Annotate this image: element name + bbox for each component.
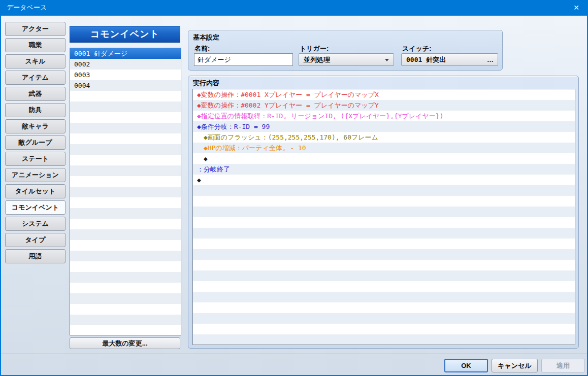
- command-row[interactable]: [193, 196, 575, 207]
- list-item[interactable]: [70, 229, 181, 240]
- tab-14[interactable]: タイプ: [5, 233, 66, 247]
- list-item[interactable]: 0002: [70, 59, 181, 70]
- contents-label: 実行内容: [193, 79, 219, 88]
- list-item[interactable]: [70, 251, 181, 261]
- list-item[interactable]: [70, 155, 181, 165]
- list-item[interactable]: [70, 261, 181, 272]
- change-maximum-button[interactable]: 最大数の変更...: [70, 337, 180, 349]
- event-list-header: コモンイベント: [70, 26, 180, 43]
- switch-value: 0001 針突出: [406, 56, 446, 63]
- list-item[interactable]: [70, 187, 181, 197]
- list-item[interactable]: [70, 293, 181, 304]
- list-item[interactable]: [70, 91, 181, 101]
- footer-divider: [1, 354, 587, 354]
- list-item[interactable]: [70, 325, 181, 335]
- command-row[interactable]: [193, 249, 575, 260]
- basic-settings-group: 基本設定 名前: トリガー: スイッチ: 並列処理 0001 針突出 …: [188, 30, 503, 71]
- close-icon[interactable]: ✕: [565, 0, 588, 15]
- trigger-dropdown[interactable]: 並列処理: [299, 53, 394, 66]
- list-item[interactable]: [70, 144, 181, 155]
- list-item[interactable]: [70, 112, 181, 123]
- list-item[interactable]: [70, 240, 181, 251]
- list-item[interactable]: [70, 123, 181, 133]
- switch-picker-button[interactable]: 0001 針突出 …: [401, 53, 498, 66]
- list-item[interactable]: [70, 304, 181, 315]
- command-row[interactable]: ◆指定位置の情報取得：R-ID, リージョンID, ({Xプレイヤー},{Yプレ…: [193, 111, 575, 121]
- command-row[interactable]: [193, 238, 575, 249]
- command-row[interactable]: [193, 292, 575, 302]
- trigger-value: 並列処理: [304, 56, 330, 63]
- command-row[interactable]: [193, 281, 575, 292]
- list-item[interactable]: [70, 208, 181, 219]
- switch-label: スイッチ:: [402, 44, 432, 53]
- title-bar[interactable]: データベース ✕: [0, 0, 588, 15]
- list-item[interactable]: 0001 針ダメージ: [70, 48, 181, 59]
- command-row[interactable]: [193, 324, 575, 334]
- tab-8[interactable]: 敵グループ: [5, 135, 66, 150]
- list-item[interactable]: [70, 197, 181, 208]
- tab-1[interactable]: アクター: [5, 22, 66, 36]
- tab-2[interactable]: 職業: [5, 38, 66, 52]
- client-area: アクター職業スキルアイテム武器防具敵キャラ敵グループステートアニメーションタイル…: [1, 15, 587, 375]
- command-row[interactable]: ◆画面のフラッシュ：(255,255,255,170), 60フレーム: [193, 132, 575, 143]
- list-item[interactable]: [70, 283, 181, 293]
- list-item[interactable]: [70, 176, 181, 187]
- contents-group: 実行内容 ◆変数の操作：#0001 Xプレイヤー = プレイヤーのマップX◆変数…: [188, 76, 579, 349]
- tab-10[interactable]: アニメーション: [5, 168, 66, 182]
- common-event-list[interactable]: 0001 針ダメージ000200030004: [70, 48, 181, 335]
- command-row[interactable]: ◆HPの増減：パーティ全体, - 10: [193, 143, 575, 153]
- ok-button[interactable]: OK: [444, 359, 488, 372]
- list-item[interactable]: [70, 272, 181, 283]
- command-row[interactable]: ◆変数の操作：#0002 Yプレイヤー = プレイヤーのマップY: [193, 100, 575, 111]
- command-row[interactable]: [193, 217, 575, 228]
- tab-15[interactable]: 用語: [5, 249, 66, 263]
- list-item[interactable]: 0004: [70, 80, 181, 91]
- command-row[interactable]: [193, 313, 575, 324]
- tab-9[interactable]: ステート: [5, 152, 66, 166]
- command-row[interactable]: [193, 207, 575, 217]
- ellipsis-icon: …: [487, 54, 494, 65]
- command-row[interactable]: ◆条件分岐：R-ID = 99: [193, 121, 575, 132]
- apply-button[interactable]: 適用: [541, 359, 585, 372]
- trigger-label: トリガー:: [300, 44, 329, 53]
- list-item[interactable]: [70, 315, 181, 325]
- tab-11[interactable]: タイルセット: [5, 184, 66, 198]
- command-row[interactable]: ◆: [193, 175, 575, 185]
- command-row[interactable]: [193, 334, 575, 345]
- list-item[interactable]: [70, 101, 181, 112]
- tab-4[interactable]: アイテム: [5, 71, 66, 85]
- list-item[interactable]: 0003: [70, 70, 181, 80]
- tab-12[interactable]: コモンイベント: [5, 200, 66, 215]
- name-label: 名前:: [194, 44, 210, 53]
- command-row[interactable]: [193, 228, 575, 238]
- command-row[interactable]: [193, 302, 575, 313]
- name-input[interactable]: [194, 53, 293, 66]
- database-dialog: データベース ✕ アクター職業スキルアイテム武器防具敵キャラ敵グループステートア…: [0, 0, 588, 376]
- tab-5[interactable]: 武器: [5, 87, 66, 101]
- tab-3[interactable]: スキル: [5, 54, 66, 69]
- basic-settings-label: 基本設定: [193, 33, 219, 42]
- cancel-button[interactable]: キャンセル: [492, 359, 538, 372]
- chevron-down-icon: [385, 59, 389, 61]
- command-row[interactable]: [193, 185, 575, 196]
- command-row[interactable]: ◆変数の操作：#0001 Xプレイヤー = プレイヤーのマップX: [193, 89, 575, 100]
- command-row[interactable]: [193, 260, 575, 270]
- window-title: データベース: [7, 0, 47, 15]
- command-row[interactable]: ◆: [193, 153, 575, 164]
- list-item[interactable]: [70, 133, 181, 144]
- tab-13[interactable]: システム: [5, 217, 66, 231]
- list-item[interactable]: [70, 165, 181, 176]
- tab-7[interactable]: 敵キャラ: [5, 119, 66, 133]
- event-command-list[interactable]: ◆変数の操作：#0001 Xプレイヤー = プレイヤーのマップX◆変数の操作：#…: [192, 89, 575, 345]
- command-row[interactable]: [193, 270, 575, 281]
- command-row[interactable]: ：分岐終了: [193, 164, 575, 175]
- list-item[interactable]: [70, 219, 181, 229]
- tab-6[interactable]: 防具: [5, 103, 66, 117]
